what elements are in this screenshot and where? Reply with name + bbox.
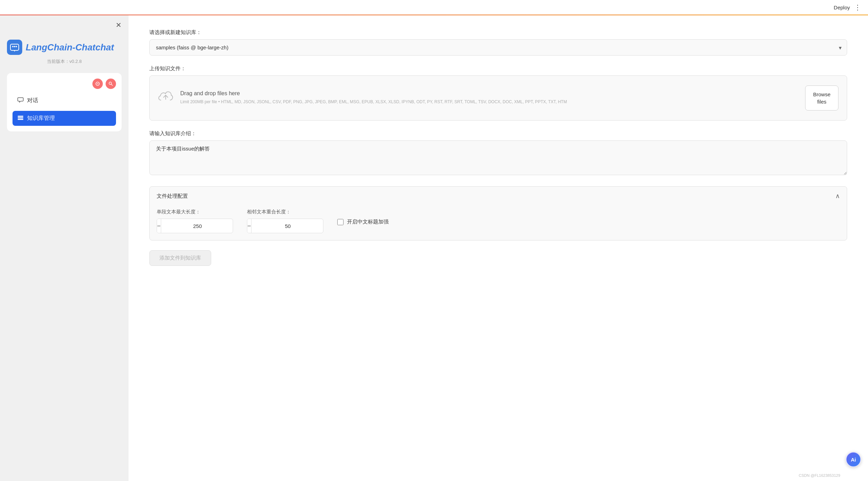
nav-item-chat[interactable]: 对话 <box>13 93 116 108</box>
svg-point-3 <box>16 46 17 47</box>
overlap-label: 相邻文本重合长度： <box>247 209 323 215</box>
upload-text-area: Drag and drop files here Limit 200MB per… <box>180 90 798 105</box>
version-text: 当前版本：v0.2.8 <box>7 58 122 65</box>
desc-label: 请输入知识库介绍： <box>149 130 847 137</box>
svg-point-5 <box>109 82 111 84</box>
config-body: 单段文本最大长度： − + 相邻文本重合长度： − + <box>150 205 847 240</box>
deploy-button[interactable]: Deploy <box>834 5 850 10</box>
logo-text: LangChain-Chatchat <box>26 42 114 53</box>
max-length-label: 单段文本最大长度： <box>157 209 233 215</box>
chat-icon <box>17 97 24 105</box>
svg-rect-9 <box>18 119 23 120</box>
config-header[interactable]: 文件处理配置 ∧ <box>150 187 847 205</box>
ai-badge[interactable]: Ai <box>846 452 861 467</box>
upload-cloud-icon <box>158 90 173 107</box>
top-bar: Deploy ⋮ <box>0 0 868 15</box>
overlap-minus-btn[interactable]: − <box>247 219 251 233</box>
svg-point-2 <box>14 46 15 47</box>
desc-textarea[interactable] <box>149 140 847 175</box>
svg-line-6 <box>111 84 113 86</box>
select-label: 请选择或新建知识库： <box>149 29 847 36</box>
kb-select[interactable]: samples (faiss @ bge-large-zh) <box>149 39 847 56</box>
max-length-field: 单段文本最大长度： − + <box>157 209 233 233</box>
config-section: 文件处理配置 ∧ 单段文本最大长度： − + <box>149 186 847 241</box>
browse-files-button[interactable]: Browsefiles <box>805 85 838 111</box>
select-wrapper: samples (faiss @ bge-large-zh) ▾ <box>149 39 847 56</box>
upload-zone[interactable]: Drag and drop files here Limit 200MB per… <box>149 75 847 121</box>
desc-section: 请输入知识库介绍： <box>149 130 847 177</box>
nav-icon-btn-2[interactable] <box>106 79 116 89</box>
nav-item-kb-label: 知识库管理 <box>27 115 55 122</box>
config-row: 单段文本最大长度： − + 相邻文本重合长度： − + <box>157 209 840 233</box>
nav-item-chat-label: 对话 <box>27 97 38 104</box>
overlap-value[interactable] <box>251 220 323 233</box>
add-to-kb-button[interactable]: 添加文件到知识库 <box>149 250 211 266</box>
chinese-title-checkbox[interactable] <box>337 219 344 225</box>
svg-point-1 <box>12 46 14 47</box>
max-length-value[interactable] <box>161 220 233 233</box>
close-button[interactable]: ✕ <box>116 21 122 29</box>
config-title: 文件处理配置 <box>157 193 188 199</box>
upload-title: Drag and drop files here <box>180 90 798 97</box>
overlap-input-row: − + <box>247 219 323 233</box>
content-area: 请选择或新建知识库： samples (faiss @ bge-large-zh… <box>129 15 868 481</box>
max-length-minus-btn[interactable]: − <box>157 219 161 233</box>
svg-rect-8 <box>18 117 23 119</box>
nav-item-kb-manage[interactable]: 知识库管理 <box>13 111 116 126</box>
kb-icon <box>17 114 24 122</box>
upload-label: 上传知识文件： <box>149 65 847 72</box>
chinese-title-label: 开启中文标题加强 <box>347 219 389 225</box>
nav-icon-btn-1[interactable] <box>92 79 103 89</box>
max-length-input-row: − + <box>157 219 233 233</box>
logo-icon <box>7 40 22 55</box>
chinese-title-row: 开启中文标题加强 <box>337 219 389 225</box>
upload-section: 上传知识文件： Drag and drop files here Limit 2… <box>149 65 847 121</box>
watermark: CSDN @FL1623853129 <box>799 473 840 478</box>
nav-card: 对话 知识库管理 <box>7 73 122 131</box>
menu-button[interactable]: ⋮ <box>854 4 861 11</box>
nav-icons-row <box>13 79 116 89</box>
config-collapse-icon: ∧ <box>835 192 840 200</box>
svg-rect-7 <box>18 116 23 117</box>
overlap-field: 相邻文本重合长度： − + <box>247 209 323 233</box>
logo-area: LangChain-Chatchat <box>7 40 122 55</box>
upload-subtitle: Limit 200MB per file • HTML, MD, JSON, J… <box>180 99 798 105</box>
main-layout: ✕ LangChain-Chatchat 当前版本：v0.2.8 <box>0 15 868 481</box>
sidebar: ✕ LangChain-Chatchat 当前版本：v0.2.8 <box>0 15 129 481</box>
